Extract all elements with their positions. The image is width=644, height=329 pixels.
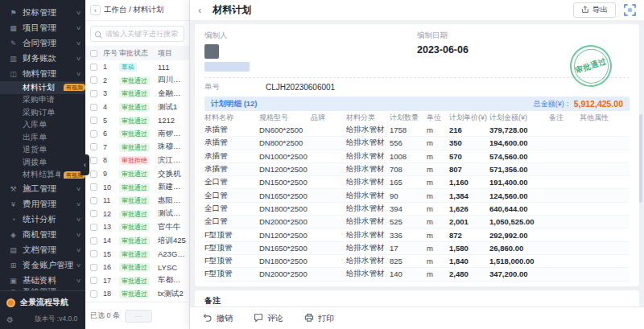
table-cell: m bbox=[427, 231, 449, 240]
status-badge: 审批拒绝 bbox=[119, 156, 150, 165]
sidebar-item-label: 采购订单 bbox=[23, 107, 85, 118]
row-checkbox[interactable] bbox=[90, 104, 97, 111]
sidebar-group-统计分析[interactable]: ◔统计分析∨ bbox=[0, 212, 85, 227]
more-actions-button[interactable]: ··· bbox=[125, 310, 152, 323]
list-item[interactable]: 11审批通过惠阳项目 bbox=[85, 194, 189, 208]
sidebar-group-资金账户管理[interactable]: ⊞资金账户管理∨ bbox=[0, 257, 85, 273]
sidebar-group-施工管理[interactable]: ⚒施工管理∨ bbox=[0, 181, 85, 196]
sidebar-group-费用管理[interactable]: ¥费用管理∨ bbox=[0, 196, 85, 212]
export-button[interactable]: 导出 bbox=[573, 2, 616, 18]
sidebar-group-商机管理[interactable]: ◈商机管理∨ bbox=[0, 227, 85, 242]
table-row[interactable]: F型顶管DN1800*2500给排水管材825m1,8401,518,000.0… bbox=[204, 255, 630, 268]
row-checkbox[interactable] bbox=[90, 290, 97, 298]
row-checkbox[interactable] bbox=[90, 224, 97, 231]
table-row[interactable]: 承插管DN1200*2500给排水管材708m807571,356.00 bbox=[204, 163, 630, 176]
table-row[interactable]: 全口管DN2000*2500给排水管材525m2,0011,050,525.00 bbox=[204, 216, 630, 228]
sidebar-collapse-handle[interactable]: ‹ bbox=[80, 154, 89, 175]
docno-label: 单号 bbox=[204, 82, 266, 93]
row-number: 11 bbox=[103, 196, 119, 204]
scrollbar-thumb[interactable] bbox=[639, 114, 642, 203]
sidebar-item-出库单[interactable]: 出库单 bbox=[0, 131, 85, 144]
list-item[interactable]: 4审批通过测试1 bbox=[85, 101, 189, 114]
row-number: 10 bbox=[103, 183, 119, 191]
row-checkbox[interactable] bbox=[90, 237, 97, 245]
sidebar-group-文档管理[interactable]: ▤文档管理∨ bbox=[0, 242, 85, 257]
construction-icon: ⚒ bbox=[8, 185, 19, 193]
comment-icon bbox=[254, 313, 263, 324]
row-checkbox[interactable] bbox=[90, 277, 97, 284]
row-checkbox[interactable] bbox=[90, 130, 97, 138]
row-checkbox[interactable] bbox=[90, 76, 97, 84]
back-icon[interactable]: ‹ bbox=[90, 5, 101, 15]
sidebar-group-投标管理[interactable]: ⚑投标管理∨ bbox=[0, 5, 85, 20]
table-row[interactable]: 全口管DN1800*2500给排水管材394m1,626640,644.00 bbox=[204, 203, 630, 216]
row-checkbox[interactable] bbox=[90, 264, 97, 271]
sidebar-item-入库单[interactable]: 入库单 bbox=[0, 119, 85, 132]
list-item[interactable]: 17审批通过车都大厦 bbox=[85, 274, 189, 288]
row-checkbox[interactable] bbox=[90, 197, 97, 204]
row-checkbox[interactable] bbox=[90, 117, 97, 124]
sidebar-item-退货单[interactable]: 退货单 bbox=[0, 144, 85, 157]
sidebar-item-材料结算单[interactable]: 材料结算单有视频 bbox=[0, 169, 85, 182]
comment-button[interactable]: 评论 bbox=[254, 313, 283, 324]
status-badge: 审批通过 bbox=[119, 183, 150, 192]
sidebar-item-调拨单[interactable]: 调拨单 bbox=[0, 156, 85, 169]
detail-back-icon[interactable]: ‹ bbox=[198, 4, 201, 16]
row-checkbox[interactable] bbox=[90, 171, 97, 178]
row-number: 1 bbox=[103, 63, 119, 71]
project-name: 南锣鼓达大… bbox=[158, 129, 189, 139]
sidebar-group-财务账款[interactable]: ▥财务账款∨ bbox=[0, 51, 85, 66]
list-item[interactable]: 6审批通过南锣鼓达大… bbox=[85, 127, 189, 141]
list-item[interactable]: 15审批通过A23G2511… bbox=[85, 247, 189, 261]
table-row[interactable]: F型顶管DN1650*2500给排水管材17m1,58026,860.00 bbox=[204, 242, 630, 255]
sidebar-item-采购申请[interactable]: 采购申请 bbox=[0, 94, 85, 107]
list-item[interactable]: 3审批通过金融大厦采… bbox=[85, 87, 189, 101]
sidebar-item-采购订单[interactable]: 采购订单 bbox=[0, 106, 85, 119]
sidebar-group-物料管理[interactable]: ◫物料管理∨ bbox=[0, 66, 85, 81]
row-checkbox[interactable] bbox=[90, 250, 97, 257]
select-all-checkbox[interactable] bbox=[90, 50, 97, 57]
list-item[interactable]: 8审批拒绝滨江花城10… bbox=[85, 154, 189, 167]
table-row[interactable]: F型顶管DN2000*2500给排水管材140m2,480347,200.00 bbox=[204, 268, 630, 281]
sidebar-group-系统管理[interactable]: ⚙系统管理∨ bbox=[0, 288, 85, 290]
table-cell: 525 bbox=[390, 217, 427, 226]
sidebar-item-材料计划[interactable]: 材料计划有视频 bbox=[0, 81, 85, 94]
row-checkbox[interactable] bbox=[90, 143, 97, 150]
gear-icon[interactable]: ⚙ bbox=[6, 315, 14, 324]
row-checkbox[interactable] bbox=[90, 210, 97, 217]
list-item[interactable]: 2审批通过四川市政项… bbox=[85, 74, 189, 88]
table-row[interactable]: 承插管DN800*2500给排水管材556m350194,600.00 bbox=[204, 137, 630, 150]
list-item[interactable]: 16审批通过LYSC bbox=[85, 261, 189, 274]
sidebar-group-基础资料[interactable]: ▣基础资料∨ bbox=[0, 273, 85, 288]
fullscreen-icon[interactable] bbox=[624, 4, 636, 16]
table-row[interactable]: 承插管DN600*2500给排水管材1758m216379,728.00 bbox=[204, 124, 630, 137]
list-item[interactable]: 7审批通过珠穆朗玛… bbox=[85, 141, 189, 154]
list-item[interactable]: 13审批通过官牛牛 bbox=[85, 220, 189, 234]
list-item[interactable]: 5审批通过1212 bbox=[85, 113, 189, 127]
row-checkbox[interactable] bbox=[90, 90, 97, 97]
chevron-down-icon: ∨ bbox=[76, 216, 81, 223]
table-cell: 336 bbox=[390, 231, 427, 240]
table-row[interactable]: 承插管DN1000*2500给排水管材1008m570574,560.00 bbox=[204, 150, 630, 163]
sidebar-group-项目管理[interactable]: ▦项目管理∨ bbox=[0, 20, 85, 35]
table-cell: 1,626 bbox=[449, 204, 489, 213]
sidebar-group-合同管理[interactable]: ✎合同管理∨ bbox=[0, 35, 85, 51]
row-checkbox[interactable] bbox=[90, 157, 97, 164]
row-checkbox[interactable] bbox=[90, 64, 97, 71]
row-checkbox[interactable] bbox=[90, 183, 97, 191]
list-item[interactable]: 1草稿111 bbox=[85, 60, 189, 74]
table-row[interactable]: F型顶管DN1200*2500给排水管材336m872292,992.00 bbox=[204, 228, 630, 241]
search-input[interactable] bbox=[90, 26, 184, 42]
list-item[interactable]: 12审批通过测试三环路… bbox=[85, 208, 189, 221]
panorama-nav-button[interactable]: 全景流程导航 bbox=[6, 295, 79, 310]
table-row[interactable]: 全口管DN1650*2500给排水管材90m1,384124,560.00 bbox=[204, 189, 630, 202]
list-item[interactable]: 18审批通过tx测试2 bbox=[85, 287, 189, 301]
table-cell: 给排水管材 bbox=[346, 269, 390, 279]
list-item[interactable]: 14审批通过培训425 bbox=[85, 234, 189, 248]
list-item[interactable]: 10审批通过新建工程-测… bbox=[85, 180, 189, 194]
print-button[interactable]: 打印 bbox=[304, 313, 334, 324]
list-item[interactable]: 9审批通过交换机 bbox=[85, 167, 189, 181]
table-cell: 给排水管材 bbox=[346, 256, 390, 266]
table-row[interactable]: 全口管DN1500*2500给排水管材165m1,160191,400.00 bbox=[204, 176, 630, 189]
undo-button[interactable]: 撤销 bbox=[203, 313, 233, 324]
